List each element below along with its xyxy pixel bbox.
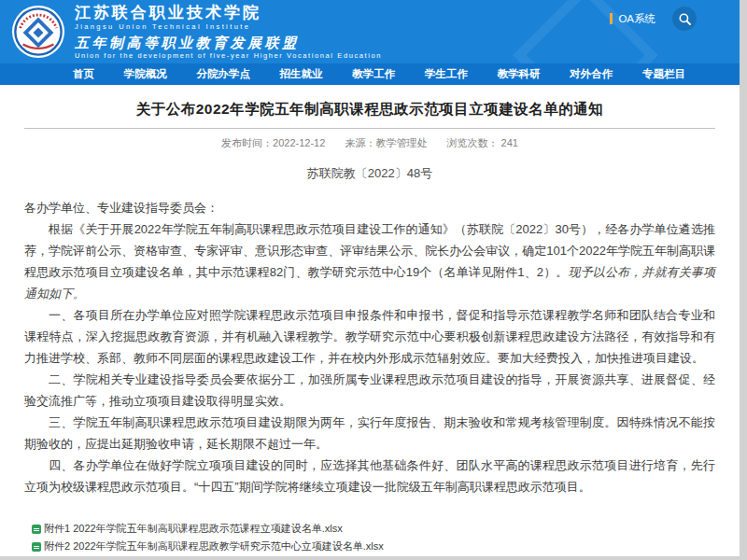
- xlsx-file-icon: [32, 542, 41, 552]
- article-body: 各办学单位、专业建设指导委员会： 根据《关于开展2022年学院五年制高职课程思政…: [24, 197, 715, 497]
- union-name-cn: 五年制高等职业教育发展联盟: [75, 35, 382, 49]
- attachment-label-2: 附件2 2022年学院五年制高职课程思政教学研究示范中心立项建设名单.xlsx: [44, 538, 384, 555]
- article-title: 关于公布2022年学院五年制高职课程思政示范项目立项建设名单的通知: [24, 100, 715, 119]
- school-name-en: Jiangsu Union Technical Institute: [75, 23, 382, 31]
- nav-item-teaching[interactable]: 教学工作: [352, 63, 395, 85]
- school-logo-icon[interactable]: [11, 5, 65, 59]
- nav-item-branches[interactable]: 分院办学点: [196, 63, 250, 85]
- attachment-label-1: 附件1 2022年学院五年制高职课程思政示范课程立项建设名单.xlsx: [44, 520, 343, 538]
- search-icon: [679, 13, 691, 25]
- search-button[interactable]: [672, 7, 697, 31]
- salutation: 各办学单位、专业建设指导委员会：: [24, 197, 715, 218]
- nav-item-special-columns[interactable]: 专题栏目: [642, 63, 685, 85]
- source: 来源：教学管理处: [345, 137, 427, 148]
- paragraph-intro: 根据《关于开展2022年学院五年制高职课程思政示范项目建设工作的通知》（苏联院〔…: [24, 218, 715, 304]
- oa-accent-bar-icon: [610, 13, 613, 24]
- nav-item-research[interactable]: 教学科研: [498, 63, 541, 85]
- xlsx-file-icon: [32, 525, 41, 534]
- brand-block: 江苏联合职业技术学院 Jiangsu Union Technical Insti…: [75, 5, 382, 59]
- paragraph-section-3: 三、学院五年制高职课程思政示范项目建设期限为两年，实行年度报告、期末验收和常规考…: [24, 412, 715, 455]
- nav-item-students[interactable]: 学生工作: [425, 63, 468, 85]
- paragraph-section-4: 四、各办学单位在做好学院立项项目建设的同时，应选择其他基础条件好、团队水平高的课…: [24, 455, 715, 497]
- oa-system-label: OA系统: [618, 12, 655, 26]
- paragraph-section-1: 一、各项目所在办学单位应对照学院课程思政示范项目申报条件和申报书，督促和指导示范…: [24, 304, 715, 369]
- page: 江苏联合职业技术学院 Jiangsu Union Technical Insti…: [0, 0, 740, 556]
- article-meta: 发布时间：2022-12-12 来源：教学管理处 浏览次数： 241: [24, 136, 715, 150]
- watermark-curve: [508, 45, 648, 63]
- title-divider: [24, 128, 715, 129]
- main-nav: 首页 学院概况 分院办学点 招生就业 教学工作 学生工作 教学科研 对外合作 专…: [0, 63, 740, 85]
- nav-item-home[interactable]: 首页: [73, 63, 94, 85]
- attachments: 附件1 2022年学院五年制高职课程思政示范课程立项建设名单.xlsx 附件2 …: [32, 520, 715, 555]
- paragraph-section-2: 二、学院相关专业建设指导委员会要依据分工，加强所属专业课程思政示范项目建设的指导…: [24, 369, 715, 412]
- nav-item-overview[interactable]: 学院概况: [124, 63, 167, 85]
- nav-item-admissions[interactable]: 招生就业: [280, 63, 323, 85]
- publish-time: 发布时间：2022-12-12: [221, 137, 325, 148]
- view-count: 浏览次数： 241: [446, 137, 517, 148]
- school-name-cn: 江苏联合职业技术学院: [75, 5, 382, 21]
- header-actions: OA系统: [610, 0, 740, 37]
- nav-item-cooperation[interactable]: 对外合作: [570, 63, 613, 85]
- article-content: 关于公布2022年学院五年制高职课程思政示范项目立项建设名单的通知 发布时间：2…: [0, 85, 740, 556]
- document-number: 苏联院教〔2022〕48号: [24, 165, 715, 182]
- oa-system-link[interactable]: OA系统: [610, 12, 655, 26]
- union-name-en: Union for the development of five-year H…: [75, 52, 382, 60]
- site-header: 江苏联合职业技术学院 Jiangsu Union Technical Insti…: [0, 0, 740, 63]
- attachment-link-2[interactable]: 附件2 2022年学院五年制高职课程思政教学研究示范中心立项建设名单.xlsx: [32, 538, 715, 555]
- attachment-link-1[interactable]: 附件1 2022年学院五年制高职课程思政示范课程立项建设名单.xlsx: [32, 520, 715, 538]
